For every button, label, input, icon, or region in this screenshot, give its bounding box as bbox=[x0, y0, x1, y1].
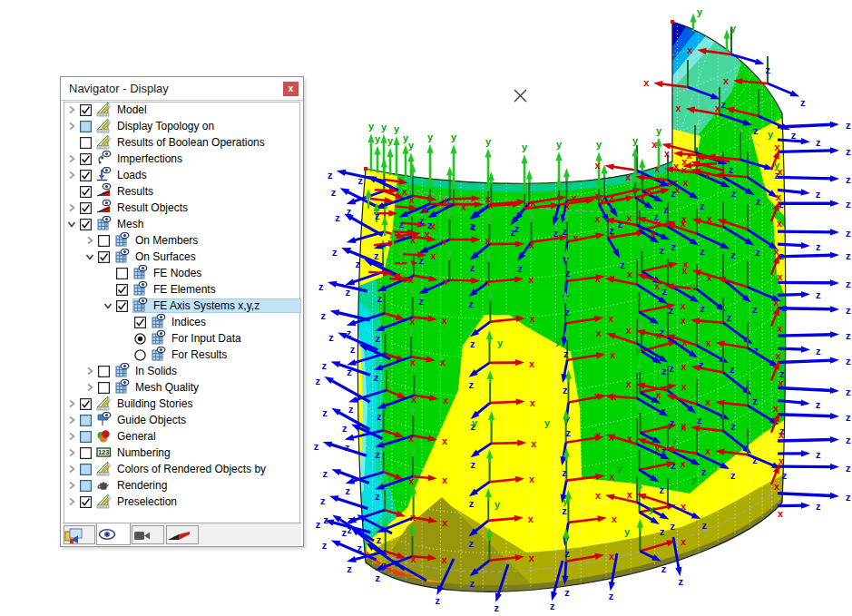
svg-text:z: z bbox=[846, 228, 851, 239]
svg-text:z: z bbox=[494, 602, 499, 613]
svg-text:z: z bbox=[846, 356, 851, 367]
svg-text:z: z bbox=[377, 411, 382, 422]
svg-text:x: x bbox=[610, 272, 616, 283]
svg-text:x: x bbox=[715, 103, 721, 113]
svg-text:z: z bbox=[791, 130, 797, 141]
svg-text:z: z bbox=[322, 407, 328, 418]
svg-text:y: y bbox=[427, 132, 434, 142]
svg-text:x: x bbox=[651, 139, 658, 150]
svg-text:z: z bbox=[679, 576, 684, 587]
svg-text:x: x bbox=[723, 75, 730, 86]
svg-text:x: x bbox=[531, 438, 537, 449]
svg-text:z: z bbox=[566, 427, 572, 438]
svg-text:z: z bbox=[419, 255, 425, 266]
svg-text:z: z bbox=[470, 578, 475, 589]
svg-text:x: x bbox=[411, 394, 417, 405]
svg-text:x: x bbox=[640, 192, 646, 203]
svg-text:z: z bbox=[435, 595, 440, 606]
svg-text:y: y bbox=[381, 122, 387, 132]
svg-text:y: y bbox=[690, 281, 696, 292]
svg-text:z: z bbox=[350, 344, 356, 355]
svg-text:x: x bbox=[461, 201, 467, 212]
svg-text:y: y bbox=[522, 142, 528, 152]
svg-text:x: x bbox=[655, 443, 661, 454]
svg-text:x: x bbox=[779, 429, 785, 440]
svg-text:z: z bbox=[331, 187, 337, 198]
svg-text:z: z bbox=[671, 460, 676, 471]
svg-text:x: x bbox=[396, 269, 402, 280]
svg-text:x: x bbox=[485, 235, 492, 246]
svg-text:x: x bbox=[531, 197, 537, 208]
svg-text:x: x bbox=[776, 191, 782, 202]
svg-text:x: x bbox=[775, 142, 781, 152]
svg-text:x: x bbox=[687, 44, 693, 55]
svg-text:z: z bbox=[816, 241, 821, 252]
svg-text:x: x bbox=[408, 433, 415, 444]
svg-text:z: z bbox=[562, 505, 567, 516]
svg-text:z: z bbox=[375, 572, 380, 583]
svg-text:x: x bbox=[529, 240, 535, 250]
svg-text:z: z bbox=[609, 225, 614, 236]
svg-text:z: z bbox=[729, 164, 734, 175]
svg-text:z: z bbox=[846, 412, 851, 423]
svg-text:z: z bbox=[756, 196, 761, 207]
svg-text:z: z bbox=[700, 200, 705, 211]
svg-text:x: x bbox=[627, 212, 633, 223]
svg-text:x: x bbox=[410, 316, 416, 327]
svg-text:z: z bbox=[661, 366, 667, 376]
svg-text:z: z bbox=[752, 304, 758, 315]
svg-text:z: z bbox=[562, 226, 567, 237]
svg-text:z: z bbox=[846, 386, 851, 397]
svg-text:x: x bbox=[411, 553, 417, 564]
svg-text:x: x bbox=[442, 315, 448, 326]
svg-text:z: z bbox=[374, 372, 379, 383]
svg-text:z: z bbox=[347, 206, 352, 217]
svg-text:x: x bbox=[705, 445, 711, 456]
svg-text:z: z bbox=[374, 250, 379, 261]
svg-text:z: z bbox=[816, 449, 821, 460]
svg-text:x: x bbox=[612, 513, 618, 524]
svg-text:z: z bbox=[553, 228, 559, 239]
svg-text:x: x bbox=[441, 236, 447, 247]
svg-text:z: z bbox=[846, 305, 851, 316]
svg-text:z: z bbox=[375, 449, 380, 460]
svg-text:x: x bbox=[529, 474, 535, 484]
svg-text:z: z bbox=[766, 64, 771, 75]
svg-text:x: x bbox=[442, 474, 448, 485]
svg-text:y: y bbox=[555, 336, 562, 347]
svg-text:x: x bbox=[681, 315, 687, 326]
svg-text:x: x bbox=[654, 163, 661, 174]
svg-text:z: z bbox=[348, 514, 353, 525]
svg-text:y: y bbox=[632, 135, 639, 146]
svg-text:y: y bbox=[387, 135, 394, 146]
svg-text:x: x bbox=[410, 234, 416, 245]
svg-text:z: z bbox=[782, 302, 788, 313]
svg-text:z: z bbox=[322, 360, 328, 371]
svg-text:z: z bbox=[314, 441, 319, 452]
svg-text:z: z bbox=[318, 281, 324, 292]
svg-text:x: x bbox=[442, 195, 448, 206]
svg-text:z: z bbox=[399, 219, 405, 230]
svg-text:x: x bbox=[681, 422, 687, 433]
svg-text:z: z bbox=[345, 442, 350, 453]
svg-text:z: z bbox=[816, 137, 821, 148]
svg-text:z: z bbox=[816, 501, 821, 512]
svg-text:y: y bbox=[563, 495, 569, 506]
svg-text:z: z bbox=[661, 286, 667, 297]
svg-text:x: x bbox=[681, 300, 687, 311]
svg-text:x: x bbox=[774, 246, 780, 257]
svg-text:z: z bbox=[563, 385, 568, 396]
svg-text:z: z bbox=[730, 249, 736, 260]
svg-text:z: z bbox=[663, 204, 669, 215]
svg-text:z: z bbox=[727, 312, 732, 323]
svg-text:x: x bbox=[530, 397, 536, 408]
svg-text:z: z bbox=[846, 330, 851, 341]
svg-text:z: z bbox=[660, 484, 665, 495]
svg-text:x: x bbox=[774, 481, 780, 492]
svg-text:z: z bbox=[562, 467, 567, 478]
svg-text:x: x bbox=[440, 357, 446, 367]
svg-text:z: z bbox=[347, 524, 352, 535]
svg-text:y: y bbox=[635, 345, 641, 356]
svg-text:x: x bbox=[402, 186, 408, 197]
svg-text:z: z bbox=[669, 363, 674, 374]
